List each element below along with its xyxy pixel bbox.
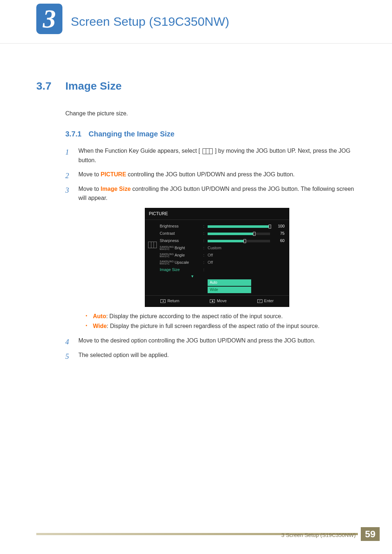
step-number: 5 [65,350,69,362]
step-5: 5 The selected option will be applied. [65,350,356,360]
option-label: Auto [93,313,106,319]
osd-row: SAMSUNGMAGICUpscale:Off [160,259,285,266]
osd-footer: ◄ Return ◆ Move ↵ Enter [145,295,289,307]
chapter-number: 3 [43,6,56,32]
step-number: 2 [65,170,69,181]
step-text: Move to [78,186,101,192]
step-number: 1 [65,146,69,158]
osd-window: PICTURE Brightness:100Contrast:75Sharpne… [145,208,289,307]
section-intro: Change the picture size. [65,110,356,117]
step-number: 4 [65,336,69,348]
chapter-number-badge: 3 [36,4,62,34]
osd-rows: Brightness:100Contrast:75Sharpness:60SAM… [160,220,289,295]
step-text: Move to [78,171,101,177]
step-3: 3 Move to Image Size controlling the JOG… [65,184,356,331]
osd-sidebar [145,220,160,295]
option-desc: : Display the picture according to the a… [106,313,283,319]
chapter-title: Screen Setup (S19C350NW) [71,15,229,29]
osd-foot-return: ◄ Return [160,298,179,304]
osd-title: PICTURE [145,208,289,220]
menu-icon [202,148,213,154]
option-label: Wide [93,323,107,329]
menu-icon [148,242,157,248]
subsection-heading: 3.7.1 Changing the Image Size [65,130,356,138]
step-list: 1 When the Function Key Guide appears, s… [65,146,356,360]
osd-foot-move: ◆ Move [210,298,226,304]
osd-screenshot: PICTURE Brightness:100Contrast:75Sharpne… [78,208,356,307]
option-auto: Auto: Display the picture according to t… [86,311,356,321]
step-number: 3 [65,184,69,196]
section-body: 3.7 Image Size Change the picture size. … [36,80,356,360]
section-title: Image Size [65,80,122,92]
osd-row: SAMSUNGMAGICAngle:Off [160,252,285,259]
osd-foot-enter: ↵ Enter [257,298,274,304]
footer-text: 3 Screen Setup (S19C350NW) [281,532,356,538]
osd-row: Sharpness:60 [160,237,285,245]
keyword-picture: PICTURE [101,171,126,177]
chapter-header: 3 Screen Setup (S19C350NW) [0,0,392,44]
step-text: Move to the desired option controlling t… [78,337,315,344]
move-icon: ◆ [210,299,215,303]
option-list: Auto: Display the picture according to t… [86,311,356,331]
section-heading: 3.7 Image Size [36,80,356,92]
keyword-image-size: Image Size [101,186,131,192]
subsection-number: 3.7.1 [65,130,81,138]
page-number: 59 [361,527,380,541]
return-icon: ◄ [160,299,166,303]
step-text: controlling the JOG button UP/DOWN and p… [128,171,295,177]
osd-dropdown-item: Auto [208,279,251,286]
step-2: 2 Move to PICTURE controlling the JOG bu… [65,170,356,179]
step-text: The selected option will be applied. [78,352,169,358]
step-text: When the Function Key Guide appears, sel… [78,148,200,154]
option-desc: : Display the picture in full screen reg… [107,323,319,329]
section-number: 3.7 [36,80,65,92]
enter-icon: ↵ [257,299,262,303]
osd-row: Image Size: [160,266,285,274]
option-wide: Wide: Display the picture in full screen… [86,321,356,331]
page-footer: 3 Screen Setup (S19C350NW) 59 [36,527,380,541]
osd-row: SAMSUNGMAGICBright:Custom [160,245,285,252]
step-4: 4 Move to the desired option controlling… [65,336,356,345]
step-1: 1 When the Function Key Guide appears, s… [65,146,356,165]
osd-row: Brightness:100 [160,223,285,230]
osd-dropdown-item: Wide [208,287,251,293]
osd-row: Contrast:75 [160,230,285,237]
subsection-title: Changing the Image Size [89,130,175,138]
